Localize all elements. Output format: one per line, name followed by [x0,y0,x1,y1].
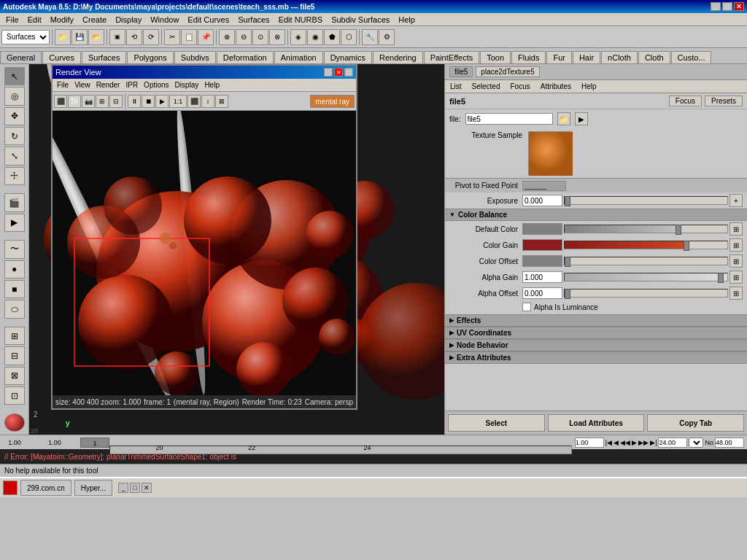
taskbar-btn-2[interactable]: □ [130,483,140,493]
attr-color-offset-swatch[interactable] [522,255,562,267]
taskbar-item-1[interactable]: 299.com.cn [20,480,71,496]
render-tb-play[interactable]: ▶ [155,95,169,108]
attr-tab-file5[interactable]: file5 [449,66,473,77]
toolbar-btn-14[interactable]: ◈ [290,29,306,45]
toolbar-btn-7[interactable]: ✂ [164,29,180,45]
attr-tab-place2d[interactable]: place2dTexture5 [476,66,539,77]
toolbar-btn-11[interactable]: ⊖ [236,29,252,45]
tl-play-fwd[interactable]: ▶ [632,439,637,446]
layout-btn[interactable]: ⊟ [4,346,25,365]
load-attributes-button[interactable]: Load Attributes [548,414,645,432]
render-tb-snap[interactable]: ↕ [201,95,214,108]
render-menu-render[interactable]: Render [93,81,123,89]
render-max-btn[interactable]: □ [344,68,353,77]
tl-next-frame[interactable]: ▶▶ [638,439,649,446]
attr-cg-connect[interactable]: ⊞ [729,238,743,252]
render-menu-display[interactable]: Display [172,81,202,89]
curve-btn[interactable]: 〜 [4,240,25,258]
tl-prev-frame[interactable]: ◀ [614,439,619,446]
menu-help[interactable]: Help [394,15,419,25]
toolbar-btn-15[interactable]: ◉ [307,29,323,45]
render-menu-view[interactable]: View [71,81,93,89]
presets-button[interactable]: Presets [705,96,743,106]
maximize-btn[interactable]: □ [722,2,732,11]
minimize-btn[interactable]: _ [711,2,721,11]
attr-file-input[interactable] [465,113,553,125]
tab-polygons[interactable]: Polygons [127,51,173,63]
window-controls[interactable]: _ □ ✕ [711,2,744,11]
tab-surfaces[interactable]: Surfaces [82,51,126,63]
menu-edit[interactable]: Edit [23,15,46,25]
render-menu-file[interactable]: File [54,81,71,89]
lasso-btn[interactable]: ◎ [4,87,25,105]
tl-play-back[interactable]: ◀◀ [620,439,630,446]
attr-file-play-btn[interactable]: ▶ [575,112,588,125]
taskbar-btn-1[interactable]: _ [118,483,128,493]
toolbar-btn-3[interactable]: 📂 [88,29,104,45]
attr-ao-thumb[interactable] [565,289,570,299]
tab-curves[interactable]: Curves [42,51,81,63]
toolbar-btn-8[interactable]: 📋 [181,29,197,45]
focus-button[interactable]: Focus [669,96,702,106]
tab-fur[interactable]: Fur [546,51,572,63]
attr-menu-help[interactable]: Help [579,82,599,90]
taskbar-btn-3[interactable]: ✕ [142,483,152,493]
extra-attr-section[interactable]: ▶ Extra Attributes [445,351,747,364]
toolbar-btn-16[interactable]: ⬟ [324,29,340,45]
tab-custom[interactable]: Custo... [671,51,712,63]
render-close-btn[interactable]: ✕ [334,68,343,77]
attr-alpha-offset-input[interactable] [522,287,562,299]
attr-exposure-input[interactable] [522,195,562,206]
menu-edit-curves[interactable]: Edit Curves [183,15,233,25]
tab-cloth[interactable]: Cloth [638,51,670,63]
render-tb-stop[interactable]: ⏹ [142,95,155,108]
toolbar-btn-18[interactable]: 🔧 [362,29,378,45]
tl-prev-key[interactable]: |◀ [605,439,612,446]
toolbar-btn-19[interactable]: ⚙ [379,29,395,45]
menu-subdiv-surfaces[interactable]: Subdiv Surfaces [327,15,394,25]
render-tb-mode[interactable]: ⊠ [215,95,228,108]
toolbar-btn-1[interactable]: 📁 [55,29,71,45]
render-tb-1x1[interactable]: 1:1 [169,95,187,108]
render-tb-2[interactable]: ⬜ [68,95,81,108]
render-minimize-btn[interactable]: _ [324,68,333,77]
attr-alpha-gain-input[interactable] [522,271,562,283]
toolbar-btn-5[interactable]: ⟲ [126,29,142,45]
render-view-btn[interactable]: 🎬 [4,193,25,211]
attr-default-color-slider[interactable] [564,225,728,233]
attr-dc-thumb[interactable] [676,225,681,235]
effects-section[interactable]: ▶ Effects [445,314,747,327]
tl-fps-select[interactable]: ▼ [689,438,703,448]
tl-end-time[interactable] [658,438,687,448]
taskbar-item-2[interactable]: Hyper... [74,480,112,496]
render-tb-1[interactable]: ⬛ [54,95,67,108]
render-tb-camera[interactable]: 📷 [82,95,95,108]
node-behavior-section[interactable]: ▶ Node Behavior [445,339,747,351]
toolbar-mode-dropdown[interactable]: Surfaces [1,30,50,44]
select-tool-btn[interactable]: ↖ [4,67,25,85]
toolbar-btn-2[interactable]: 💾 [71,29,88,45]
render-canvas[interactable] [53,111,356,395]
universal-btn[interactable]: ☩ [4,167,25,185]
color-balance-section[interactable]: ▼ Color Balance [445,209,747,221]
timeline-track[interactable] [109,446,572,454]
menu-edit-nurbs[interactable]: Edit NURBS [274,15,328,25]
attr-exposure-thumb[interactable] [565,196,570,206]
ipr-btn[interactable]: ▶ [4,214,25,232]
uv-section[interactable]: ▶ UV Coordinates [445,327,747,339]
toolbar-btn-9[interactable]: 📌 [198,29,214,45]
attr-cg-thumb[interactable] [684,241,689,251]
view-btn[interactable]: ⊡ [4,386,25,405]
render-tb-4[interactable]: ⊟ [109,95,123,108]
toolbar-btn-6[interactable]: ⟳ [143,29,159,45]
render-tb-3[interactable]: ⊞ [96,95,109,108]
attr-exposure-extra[interactable]: + [729,194,743,207]
grid-btn[interactable]: ⊞ [4,327,25,345]
attr-menu-attributes[interactable]: Attributes [538,82,573,90]
viewport[interactable]: 2 y 20 Render View _ ✕ □ File View Rend [29,64,444,435]
tl-range-end[interactable] [715,438,744,448]
tl-next-key[interactable]: ▶| [650,439,657,446]
attr-alpha-offset-slider[interactable] [564,289,728,298]
render-menu-help[interactable]: Help [201,81,222,89]
attr-ag-connect[interactable]: ⊞ [729,271,743,284]
